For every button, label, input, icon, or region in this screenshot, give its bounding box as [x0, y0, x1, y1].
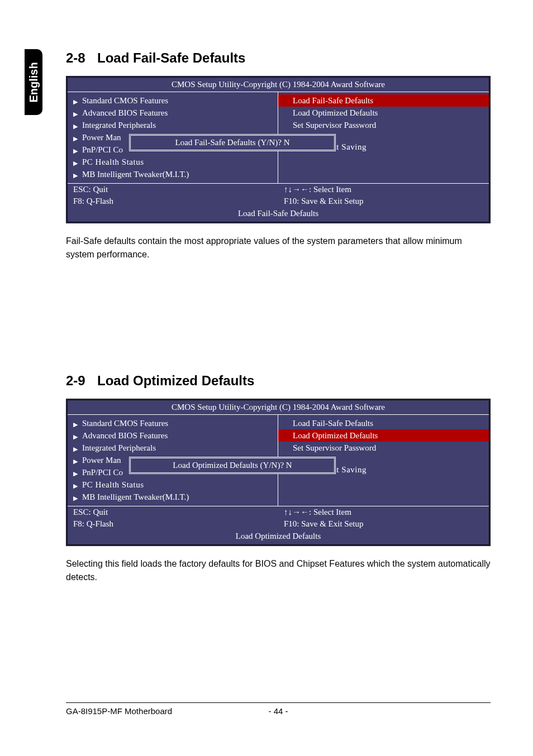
triangle-icon: ▶ — [73, 109, 78, 119]
triangle-icon: ▶ — [73, 468, 78, 479]
menu-item-pc-health[interactable]: ▶PC Health Status — [68, 479, 278, 491]
menu-item-load-optimized[interactable]: Load Optimized Defaults — [278, 429, 489, 442]
menu-item-mb-tweaker[interactable]: ▶MB Intelligent Tweaker(M.I.T.) — [68, 168, 278, 180]
triangle-icon: ▶ — [73, 158, 78, 168]
dialog-text: Load Fail-Safe Defaults (Y/N)? N — [175, 138, 290, 147]
triangle-icon: ▶ — [73, 146, 78, 156]
menu-item-load-failsafe[interactable]: Load Fail-Safe Defaults — [278, 94, 489, 107]
hotkey-esc: ESC: Quit — [68, 506, 278, 518]
menu-item-advanced-bios[interactable]: ▶Advanced BIOS Features — [68, 429, 278, 442]
triangle-icon: ▶ — [73, 170, 78, 180]
confirm-dialog-optimized[interactable]: Load Optimized Defaults (Y/N)? N — [129, 457, 336, 474]
page-content: 2-8Load Fail-Safe Defaults CMOS Setup Ut… — [66, 50, 491, 584]
bios-dialog-failsafe: CMOS Setup Utility-Copyright (C) 1984-20… — [66, 76, 491, 223]
menu-item-supervisor-password[interactable]: Set Supervisor Password — [278, 442, 489, 454]
footer-page-number: - 44 - — [268, 706, 288, 716]
section-2-8-text: Fail-Safe defaults contain the most appr… — [66, 235, 491, 261]
menu-item-pc-health[interactable]: ▶PC Health Status — [68, 156, 278, 168]
bios-hotkeys-2: F8: Q-Flash F10: Save & Exit Setup — [68, 518, 489, 530]
triangle-icon: ▶ — [73, 444, 78, 454]
section-2-8-title: 2-8Load Fail-Safe Defaults — [66, 50, 491, 66]
triangle-icon: ▶ — [73, 97, 78, 107]
menu-item-standard-cmos[interactable]: ▶Standard CMOS Features — [68, 417, 278, 429]
hotkey-f10: F10: Save & Exit Setup — [278, 195, 489, 207]
language-tab-label: English — [27, 62, 40, 102]
section-2-9-text: Selecting this field loads the factory d… — [66, 557, 491, 584]
confirm-dialog-failsafe[interactable]: Load Fail-Safe Defaults (Y/N)? N — [129, 134, 336, 151]
hotkey-f8: F8: Q-Flash — [68, 518, 278, 530]
menu-item-advanced-bios[interactable]: ▶Advanced BIOS Features — [68, 107, 278, 119]
triangle-icon: ▶ — [73, 456, 78, 466]
bios-body: ▶Standard CMOS Features ▶Advanced BIOS F… — [68, 414, 489, 506]
bios-header: CMOS Setup Utility-Copyright (C) 1984-20… — [68, 78, 489, 92]
footer-model: GA-8I915P-MF Motherboard — [66, 706, 172, 716]
menu-item-integrated-peripherals[interactable]: ▶Integrated Peripherals — [68, 442, 278, 454]
menu-item-standard-cmos[interactable]: ▶Standard CMOS Features — [68, 94, 278, 107]
triangle-icon: ▶ — [73, 481, 78, 491]
bios-status-bar: Load Fail-Safe Defaults — [68, 207, 489, 222]
bios-hotkeys: ESC: Quit ↑↓→←: Select Item — [68, 184, 489, 195]
bios-status-bar: Load Optimized Defaults — [68, 530, 489, 544]
triangle-icon: ▶ — [73, 121, 78, 131]
dialog-text: Load Optimized Defaults (Y/N)? N — [173, 461, 292, 470]
bios-hotkeys-2: F8: Q-Flash F10: Save & Exit Setup — [68, 195, 489, 207]
hotkey-esc: ESC: Quit — [68, 184, 278, 195]
hotkey-f8: F8: Q-Flash — [68, 195, 278, 207]
triangle-icon: ▶ — [73, 419, 78, 429]
triangle-icon: ▶ — [73, 432, 78, 442]
hotkey-select: ↑↓→←: Select Item — [278, 184, 489, 195]
menu-item-load-failsafe[interactable]: Load Fail-Safe Defaults — [278, 417, 489, 429]
menu-item-supervisor-password[interactable]: Set Supervisor Password — [278, 119, 489, 131]
hotkey-select: ↑↓→←: Select Item — [278, 506, 489, 518]
bios-dialog-optimized: CMOS Setup Utility-Copyright (C) 1984-20… — [66, 399, 491, 546]
triangle-icon: ▶ — [73, 493, 78, 503]
triangle-icon: ▶ — [73, 133, 78, 143]
hotkey-f10: F10: Save & Exit Setup — [278, 518, 489, 530]
language-tab: English — [25, 49, 42, 115]
bios-body: ▶Standard CMOS Features ▶Advanced BIOS F… — [68, 92, 489, 184]
menu-item-mb-tweaker[interactable]: ▶MB Intelligent Tweaker(M.I.T.) — [68, 491, 278, 503]
section-2-9-title: 2-9Load Optimized Defaults — [66, 373, 491, 389]
bios-header: CMOS Setup Utility-Copyright (C) 1984-20… — [68, 400, 489, 414]
menu-item-integrated-peripherals[interactable]: ▶Integrated Peripherals — [68, 119, 278, 131]
bios-hotkeys: ESC: Quit ↑↓→←: Select Item — [68, 506, 489, 518]
page-footer: GA-8I915P-MF Motherboard - 44 - — [66, 702, 491, 716]
menu-item-load-optimized[interactable]: Load Optimized Defaults — [278, 107, 489, 119]
